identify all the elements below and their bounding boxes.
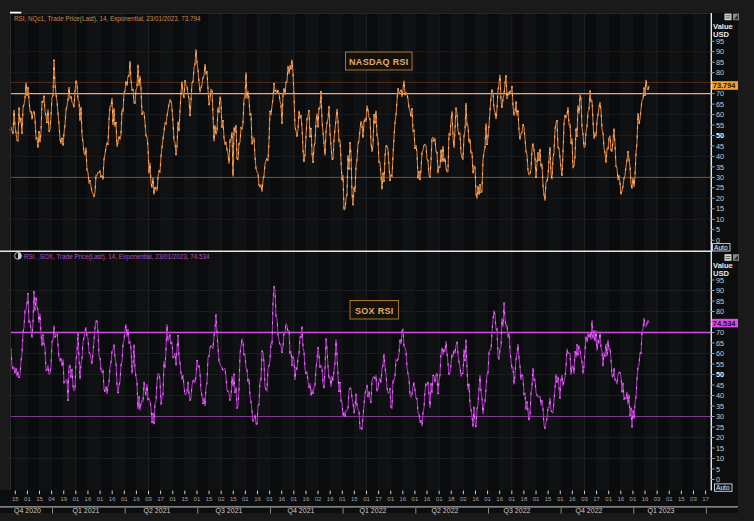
svg-text:70: 70 [716,89,724,98]
svg-text:01: 01 [387,496,394,502]
svg-text:15: 15 [716,204,724,213]
svg-text:0: 0 [716,475,720,484]
svg-text:01: 01 [121,496,128,502]
svg-text:01: 01 [363,496,370,502]
svg-text:10: 10 [716,215,724,224]
svg-text:Q3 2021: Q3 2021 [216,507,243,515]
svg-text:90: 90 [716,47,724,56]
svg-text:SOX RSI: SOX RSI [355,306,394,316]
svg-text:45: 45 [716,142,724,151]
svg-text:20: 20 [716,194,724,203]
svg-text:17: 17 [702,496,709,502]
svg-text:80: 80 [716,307,724,316]
svg-text:01: 01 [557,496,564,502]
svg-text:15: 15 [678,496,685,502]
svg-text:85: 85 [716,297,724,306]
svg-text:01: 01 [436,496,443,502]
svg-text:16: 16 [278,496,285,502]
svg-text:01: 01 [169,496,176,502]
svg-text:70: 70 [716,328,724,337]
svg-text:95: 95 [716,276,724,285]
svg-text:40: 40 [716,152,724,161]
svg-text:02: 02 [460,496,467,502]
svg-text:16: 16 [327,496,334,502]
svg-text:01: 01 [412,496,419,502]
svg-text:01: 01 [73,496,80,502]
svg-text:16: 16 [617,496,624,502]
svg-text:5: 5 [716,465,720,474]
svg-text:01: 01 [339,496,346,502]
svg-text:01: 01 [484,496,491,502]
svg-text:40: 40 [716,391,724,400]
svg-text:10: 10 [716,454,724,463]
svg-text:30: 30 [716,173,724,182]
svg-text:01: 01 [194,496,201,502]
svg-text:17: 17 [593,496,600,502]
svg-text:16: 16 [133,496,140,502]
svg-text:60: 60 [716,349,724,358]
svg-text:74.534: 74.534 [713,319,736,328]
svg-text:01: 01 [290,496,297,502]
svg-text:16: 16 [109,496,116,502]
svg-text:Q4 2022: Q4 2022 [576,507,603,515]
svg-text:60: 60 [716,110,724,119]
svg-text:15: 15 [230,496,237,502]
svg-text:55: 55 [716,360,724,369]
svg-text:16: 16 [399,496,406,502]
svg-text:73.794: 73.794 [713,81,736,90]
svg-text:16: 16 [569,496,576,502]
svg-text:01: 01 [666,496,673,502]
svg-text:02: 02 [218,496,225,502]
svg-text:25: 25 [716,183,724,192]
svg-text:16: 16 [642,496,649,502]
svg-text:80: 80 [716,68,724,77]
svg-text:Q2 2022: Q2 2022 [432,507,459,515]
svg-text:19: 19 [60,496,67,502]
svg-text:15: 15 [12,496,19,502]
svg-text:16: 16 [303,496,310,502]
svg-text:17: 17 [375,496,382,502]
svg-text:30: 30 [716,412,724,421]
svg-text:01: 01 [605,496,612,502]
svg-text:95: 95 [716,37,724,46]
svg-text:Q2 2021: Q2 2021 [144,507,171,515]
svg-text:01: 01 [630,496,637,502]
svg-text:5: 5 [716,225,720,234]
svg-text:RSI, .SOX, Trade Price(Last),: RSI, .SOX, Trade Price(Last), 14, Expone… [24,253,210,261]
svg-text:55: 55 [716,121,724,130]
svg-text:16: 16 [254,496,261,502]
svg-text:17: 17 [157,496,164,502]
svg-text:50: 50 [716,370,724,379]
svg-text:03: 03 [690,496,697,502]
svg-text:65: 65 [716,100,724,109]
svg-text:18: 18 [521,496,528,502]
svg-text:15: 15 [206,496,213,502]
svg-text:16: 16 [424,496,431,502]
svg-text:15: 15 [181,496,188,502]
svg-text:15: 15 [716,444,724,453]
svg-text:15: 15 [351,496,358,502]
svg-text:Q1 2023: Q1 2023 [648,507,675,515]
svg-text:01: 01 [266,496,273,502]
svg-text:85: 85 [716,58,724,67]
svg-text:01: 01 [97,496,104,502]
svg-text:50: 50 [716,131,724,140]
svg-text:RSI, NQc1, Trade Price(Last),: RSI, NQc1, Trade Price(Last), 14, Expone… [14,15,201,23]
svg-text:03: 03 [145,496,152,502]
svg-text:35: 35 [716,163,724,172]
svg-text:45: 45 [716,381,724,390]
svg-text:Q1 2022: Q1 2022 [360,507,387,515]
svg-text:35: 35 [716,402,724,411]
svg-text:04: 04 [48,496,55,502]
svg-text:01: 01 [242,496,249,502]
svg-text:02: 02 [315,496,322,502]
svg-text:20: 20 [716,433,724,442]
svg-text:Q4 2020: Q4 2020 [14,507,41,515]
svg-text:25: 25 [716,423,724,432]
svg-text:15: 15 [36,496,43,502]
svg-text:15: 15 [545,496,552,502]
svg-text:Q3 2022: Q3 2022 [504,507,531,515]
svg-text:16: 16 [472,496,479,502]
svg-text:18: 18 [448,496,455,502]
svg-text:03: 03 [654,496,661,502]
